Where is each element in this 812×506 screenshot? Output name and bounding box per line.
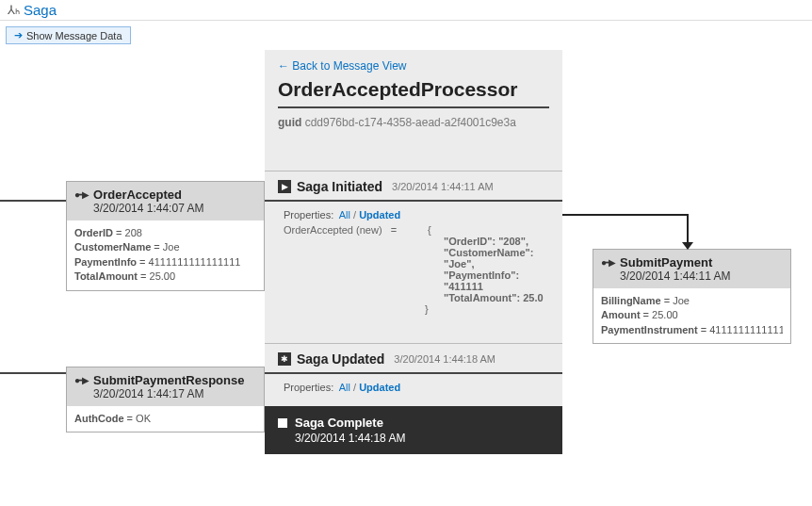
processor-title: OrderAcceptedProcessor xyxy=(265,78,562,106)
saga-icon: ⅄ₕ xyxy=(8,3,20,17)
asterisk-icon: ✱ xyxy=(278,352,291,366)
event-title: Saga Updated xyxy=(297,351,384,367)
guid-label: guid xyxy=(278,116,301,129)
divider xyxy=(278,106,549,108)
event-header: ✱ Saga Updated 3/20/2014 1:44:18 AM xyxy=(265,344,562,372)
json-prop: "PaymentInfo": "411111 xyxy=(284,269,544,292)
message-card-order-accepted[interactable]: ●━▶ OrderAccepted 3/20/2014 1:44:07 AM O… xyxy=(66,181,265,291)
message-card-submit-payment[interactable]: ●━▶ SubmitPayment 3/20/2014 1:44:11 AM B… xyxy=(593,249,791,344)
toolbar: ➔ Show Message Data xyxy=(0,21,812,50)
message-prop: Amount = 25.00 xyxy=(601,308,783,322)
arrow-right-icon: ➔ xyxy=(14,29,23,41)
event-saga-initiated: ▶ Saga Initiated 3/20/2014 1:44:11 AM Pr… xyxy=(265,171,562,324)
filter-separator: / xyxy=(353,209,356,220)
json-entity-name: OrderAccepted (new) = xyxy=(284,224,425,236)
complete-title: Saga Complete xyxy=(295,416,383,430)
properties-label: Properties: xyxy=(284,209,333,220)
filter-updated-link[interactable]: Updated xyxy=(359,209,400,220)
message-title: SubmitPaymentResponse xyxy=(93,373,244,387)
message-card-submit-payment-response[interactable]: ●━▶ SubmitPaymentResponse 3/20/2014 1:44… xyxy=(66,367,265,433)
event-header: ▶ Saga Initiated 3/20/2014 1:44:11 AM xyxy=(265,171,562,200)
filter-updated-link[interactable]: Updated xyxy=(359,382,400,393)
message-prop: PaymentInfo = 4111111111111111 xyxy=(74,255,256,269)
message-prop: PaymentInstrument = 4111111111111111 xyxy=(601,323,783,337)
json-close-brace: } xyxy=(284,303,544,315)
event-body: Properties: All / Updated xyxy=(265,374,562,406)
event-saga-updated: ✱ Saga Updated 3/20/2014 1:44:18 AM Prop… xyxy=(265,343,562,406)
play-icon: ▶ xyxy=(278,180,291,193)
message-body: BillingName = Joe Amount = 25.00 Payment… xyxy=(593,288,790,343)
window-title: Saga xyxy=(24,2,57,18)
message-title: SubmitPayment xyxy=(620,255,730,269)
message-prop: OrderID = 208 xyxy=(74,226,256,240)
message-time: 3/20/2014 1:44:11 AM xyxy=(620,269,730,283)
json-entity: OrderAccepted (new) = { xyxy=(284,224,544,236)
message-time: 3/20/2014 1:44:07 AM xyxy=(93,202,203,215)
window-header: ⅄ₕ Saga xyxy=(0,0,812,21)
event-title: Saga Initiated xyxy=(297,179,382,194)
message-title: OrderAccepted xyxy=(93,188,203,202)
json-prop: "CustomerName": "Joe", xyxy=(284,247,544,269)
saga-canvas: ← Back to Message View OrderAcceptedProc… xyxy=(0,50,812,493)
event-time: 3/20/2014 1:44:18 AM xyxy=(394,353,495,365)
event-saga-complete: Saga Complete 3/20/2014 1:44:18 AM xyxy=(265,406,562,454)
event-time: 3/20/2014 1:44:11 AM xyxy=(392,181,494,192)
message-arrow-icon: ●━▶ xyxy=(601,257,614,268)
filter-all-link[interactable]: All xyxy=(339,209,350,220)
connector-arrow xyxy=(562,214,694,252)
event-body: Properties: All / Updated OrderAccepted … xyxy=(265,202,562,324)
message-prop: AuthCode = OK xyxy=(74,412,256,426)
stop-icon xyxy=(278,418,287,428)
guid-line: guid cdd976bd-c174-4358-aead-a2f4001c9e3… xyxy=(265,116,562,142)
message-prop: CustomerName = Joe xyxy=(74,240,256,254)
json-prop: "TotalAmount": 25.0 xyxy=(284,292,544,303)
processor-column: ← Back to Message View OrderAcceptedProc… xyxy=(265,50,562,454)
message-header: ●━▶ SubmitPayment 3/20/2014 1:44:11 AM xyxy=(593,250,790,288)
json-prop: "OrderID": "208", xyxy=(284,236,544,247)
message-prop: TotalAmount = 25.00 xyxy=(74,269,256,284)
message-body: OrderID = 208 CustomerName = Joe Payment… xyxy=(67,220,264,290)
message-time: 3/20/2014 1:44:17 AM xyxy=(93,387,244,400)
properties-filter: Properties: All / Updated xyxy=(284,382,544,393)
properties-filter: Properties: All / Updated xyxy=(284,209,544,220)
show-message-data-label: Show Message Data xyxy=(26,30,122,41)
filter-separator: / xyxy=(353,382,356,393)
json-open-brace: { xyxy=(428,224,431,236)
message-header: ●━▶ OrderAccepted 3/20/2014 1:44:07 AM xyxy=(67,182,264,220)
properties-label: Properties: xyxy=(284,382,333,393)
message-prop: BillingName = Joe xyxy=(601,294,783,308)
message-arrow-icon: ●━▶ xyxy=(74,189,88,200)
back-to-message-view-link[interactable]: ← Back to Message View xyxy=(265,50,562,78)
filter-all-link[interactable]: All xyxy=(339,382,350,393)
message-header: ●━▶ SubmitPaymentResponse 3/20/2014 1:44… xyxy=(67,367,264,406)
guid-value: cdd976bd-c174-4358-aead-a2f4001c9e3a xyxy=(305,116,516,129)
message-arrow-icon: ●━▶ xyxy=(74,375,88,385)
complete-time: 3/20/2014 1:44:18 AM xyxy=(278,432,549,445)
message-body: AuthCode = OK xyxy=(67,406,264,432)
show-message-data-button[interactable]: ➔ Show Message Data xyxy=(6,26,131,44)
